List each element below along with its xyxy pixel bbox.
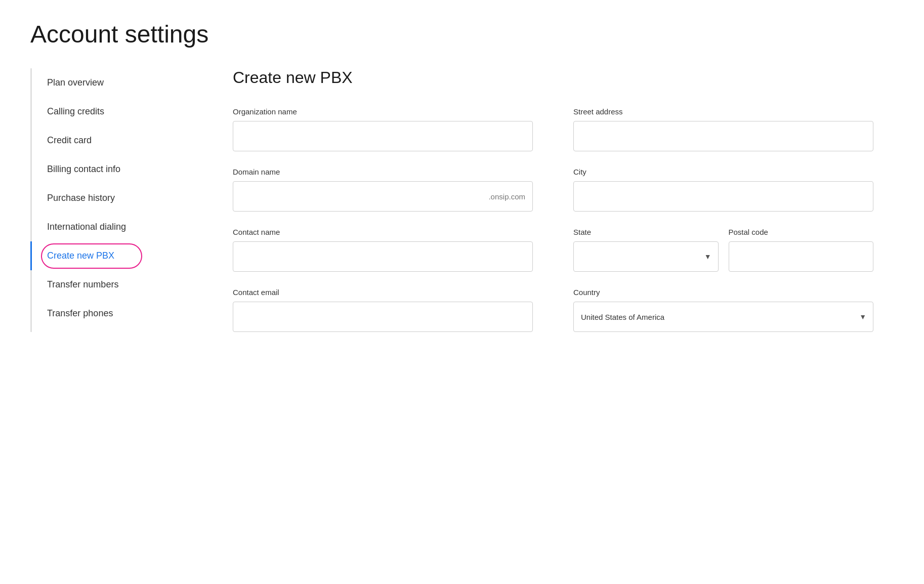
country-group: Country United States of America ▼: [573, 288, 873, 332]
sidebar-item-transfer-phones[interactable]: Transfer phones: [30, 299, 192, 328]
sidebar-item-transfer-numbers[interactable]: Transfer numbers: [30, 270, 192, 299]
state-select[interactable]: [573, 241, 719, 272]
page-title: Account settings: [30, 20, 894, 48]
domain-name-group: Domain name: [233, 168, 533, 212]
state-label: State: [573, 228, 719, 236]
postal-code-input[interactable]: [729, 241, 874, 272]
state-postal-grid: State ▼ Postal code: [573, 228, 873, 272]
city-input[interactable]: [573, 181, 873, 212]
contact-name-group: Contact name: [233, 228, 533, 272]
content-layout: Plan overview Calling credits Credit car…: [30, 68, 894, 332]
sidebar-item-international-dialing[interactable]: International dialing: [30, 213, 192, 241]
sidebar-item-credit-card[interactable]: Credit card: [30, 126, 192, 155]
state-select-wrapper: ▼: [573, 241, 719, 272]
contact-email-input[interactable]: [233, 302, 533, 332]
street-address-group: Street address: [573, 107, 873, 151]
state-postal-container: State ▼ Postal code: [573, 228, 873, 272]
org-name-input[interactable]: [233, 121, 533, 151]
country-label: Country: [573, 288, 873, 297]
contact-email-label: Contact email: [233, 288, 533, 297]
city-group: City: [573, 168, 873, 212]
street-address-label: Street address: [573, 107, 873, 116]
page-container: Account settings Plan overview Calling c…: [0, 0, 924, 352]
domain-name-input[interactable]: [233, 181, 533, 212]
country-select[interactable]: United States of America: [573, 302, 873, 332]
domain-name-label: Domain name: [233, 168, 533, 176]
postal-code-label: Postal code: [729, 228, 874, 236]
sidebar-item-billing-contact[interactable]: Billing contact info: [30, 155, 192, 184]
state-group: State ▼: [573, 228, 719, 272]
postal-code-group: Postal code: [729, 228, 874, 272]
contact-name-input[interactable]: [233, 241, 533, 272]
sidebar-item-calling-credits[interactable]: Calling credits: [30, 97, 192, 126]
sidebar-item-create-new-pbx[interactable]: Create new PBX: [30, 241, 192, 270]
city-label: City: [573, 168, 873, 176]
sidebar-item-purchase-history[interactable]: Purchase history: [30, 184, 192, 213]
sidebar: Plan overview Calling credits Credit car…: [30, 68, 192, 332]
form-grid: Organization name Street address Domain …: [233, 107, 873, 332]
sidebar-item-plan-overview[interactable]: Plan overview: [30, 68, 192, 97]
country-select-wrapper: United States of America ▼: [573, 302, 873, 332]
contact-email-group: Contact email: [233, 288, 533, 332]
street-address-input[interactable]: [573, 121, 873, 151]
org-name-group: Organization name: [233, 107, 533, 151]
section-title: Create new PBX: [233, 68, 873, 87]
main-content: Create new PBX Organization name Street …: [192, 68, 894, 332]
org-name-label: Organization name: [233, 107, 533, 116]
contact-name-label: Contact name: [233, 228, 533, 236]
